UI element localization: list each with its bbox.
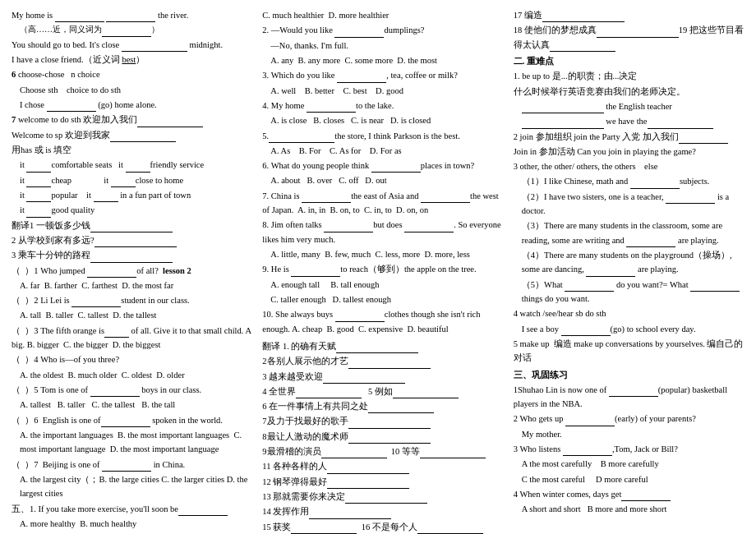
line: we have the [514,114,744,128]
line: A. tall B. taller C. tallest D. the tall… [12,308,254,322]
mid-column: C. much healthier D. more healthier 2. —… [262,8,505,534]
line: 8最让人激动的魔术师 [262,430,505,444]
line: （ ）1 Who jumped of all? lesson 2 [12,264,254,278]
line: （ ）3 The fifth orange is of all. Give it… [12,324,254,352]
line: the English teacher [514,99,744,113]
line: Choose sth choice to do sth [12,83,254,97]
line: My mother. [514,427,744,441]
line: A. tallest B. taller C. the tallest B. t… [12,398,254,412]
line: A. is close B. closes C. is near D. is c… [262,113,505,127]
line: 6. What do young people think places in … [262,159,505,173]
line: 5.the store, I think Parkson is the best… [262,129,505,143]
line: Join in 参加活动 Can you join in playing the… [514,145,744,159]
line: 翻译1 一顿饭多少钱 [12,219,254,232]
line: （4）There are many students on the playgr… [514,248,744,277]
line: 五、1. If you take more exercise, you'll s… [12,502,254,516]
line: 1Shuhao Lin is now one of (popular) bask… [514,383,744,412]
line: 8. Jim often talks but does . So everyon… [262,218,505,246]
line: 13 那就需要你来决定 [262,490,505,504]
line: （3）There are many students in the classr… [514,219,744,247]
line: I have a close friend.（近义词 best） [12,53,254,67]
line: 7及力于找最好的歌手 [262,414,505,428]
line: A. the important languages B. the most i… [12,428,254,457]
section-header: 三、巩固练习 [514,368,744,382]
line: 2 join 参加组织 join the Party 入党 加入我们 [514,130,744,144]
line: A. enough tall B. tall enough [262,278,505,292]
line: （ ）7 Beijing is one of in China. [12,458,254,472]
line: A. little, many B. few, much C. less, mo… [262,247,505,261]
line: 7. China is the east of Asia and the wes… [262,189,505,218]
line: it popular it in a fun part of town [12,188,254,202]
line: （ ）2 Li Lei is student in our class. [12,293,254,307]
line: 14 发挥作用 [262,504,505,518]
line: 15 获奖 16 不是每个人 [262,520,505,534]
line: （2）I have two sisters, one is a teacher,… [514,190,744,219]
line: My home is the river. [12,8,254,22]
line: 2. —Would you like dumplings? [262,23,505,37]
line: it good quality [12,203,254,217]
line: A. the largest city（；B. the large cities… [12,472,254,501]
line: 2 Who gets up (early) of your parents? [514,412,744,426]
line: A. well B. better C. best D. good [262,84,505,98]
line: 9. He is to reach（够到）the apple on the tr… [262,262,505,276]
line: A. As B. For C. As for D. For as [262,144,505,158]
line: （ ）4 Who is—of you three? [12,352,254,366]
line: A short and short B more and more short [514,502,744,516]
line: 3 other, the other/ others, the others e… [514,159,744,173]
line: A. any B. any more C. some more D. the m… [262,53,505,67]
line: 用has 或 is 填空 [12,143,254,157]
line: 9最滑稽的演员 10 等等 [262,444,505,458]
line: 3. Which do you like , tea, coffee or mi… [262,68,505,82]
line: C. taller enough D. tallest enough [262,292,505,306]
line: A. the oldest B. much older C. oldest D.… [12,368,254,382]
right-column: 17 编造 18 使他们的梦想成真19 把这些节目看得太认真 二. 重难点 1.… [514,8,744,534]
line: I see a boy (go) to school every day. [514,322,744,336]
line: 3 乘车十分钟的路程 [12,248,254,262]
line: 6 在一件事情上有共同之处 [262,399,505,413]
page-container: My home is the river. （高……近，同义词为） You sh… [12,8,744,534]
line: A. far B. farther C. farthest D. the mos… [12,279,254,292]
line: 3 越来越受欢迎 [262,370,505,384]
line: 18 使他们的梦想成真19 把这些节目看得太认真 [514,23,744,52]
line: 翻译 1. 的确有天赋 [262,339,505,353]
line: Welcome to sp 欢迎到我家 [12,128,254,142]
line: （1）I like Chinese, math and subjects. [514,174,744,188]
line: 什么时候举行英语竞赛由我们的老师决定。 [514,85,744,99]
line: it comfortable seats it friendly service [12,158,254,172]
line: （5）What do you want?= What things do you… [514,278,744,306]
line: You should go to bed. It's close midnigh… [12,38,254,52]
section-header: 二. 重难点 [514,54,744,68]
line: I chose (go) home alone. [12,98,254,112]
line: 2 从学校到家有多远? [12,233,254,247]
line: 5 make up 编造 make up conversations by yo… [514,337,744,366]
line: 4. My home to the lake. [262,99,505,113]
line: 7 welcome to do sth 欢迎加入我们 [12,113,254,127]
line: —No, thanks. I'm full. [262,39,505,53]
line: 17 编造 [514,8,744,22]
line: 12 钢琴弹得最好 [262,475,505,489]
line: A. about B. over C. off D. out [262,173,505,187]
line: 2各别人展示他的才艺 [262,354,505,368]
line: 4 When winter comes, days get [514,487,744,501]
line: C. much healthier D. more healthier [262,8,505,22]
line: （ ）5 Tom is one of boys in our class. [12,383,254,397]
left-column: My home is the river. （高……近，同义词为） You sh… [12,8,254,534]
line: （ ）6 English is one of spoken in the wor… [12,413,254,427]
line: 11 各种各样的人 [262,459,505,473]
line: （高……近，同义词为） [12,23,254,37]
line: 4 全世界 5 例如 [262,384,505,398]
line: A. more healthy B. much healthy [12,517,254,531]
line: 1. be up to 是...的职责；由...决定 [514,69,744,83]
line: 3 Who listens ,Tom, Jack or Bill? [514,442,744,456]
line: it cheap it close to home [12,173,254,187]
line: 4 watch /see/hear sb do sth [514,306,744,320]
line: 6 choose-chose n choice [12,67,254,81]
line: A the most carefully B more carefully [514,457,744,471]
line: C the most careful D more careful [514,472,744,486]
line: 10. She always buys clothes though she i… [262,307,505,336]
